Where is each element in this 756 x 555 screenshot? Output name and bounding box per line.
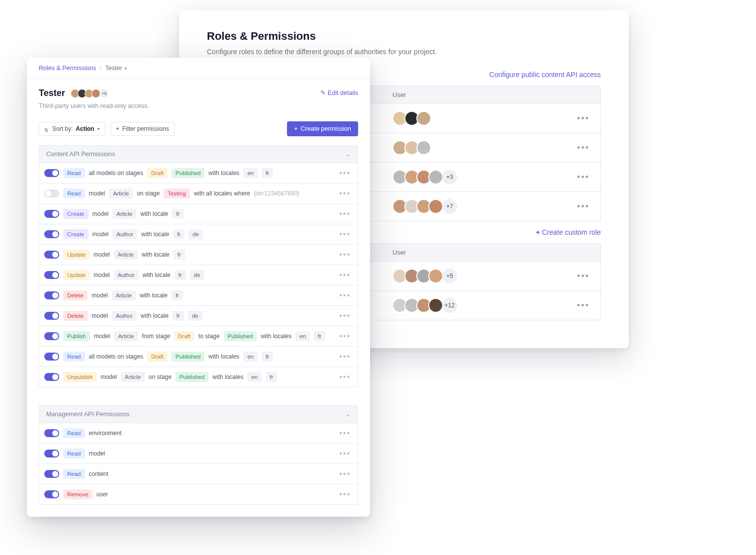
permission-text: model xyxy=(93,210,109,217)
row-actions-button[interactable]: ••• xyxy=(575,271,591,281)
breadcrumb-current[interactable]: Tester▾ xyxy=(105,65,127,72)
model-badge: Author xyxy=(112,311,137,321)
permission-toggle[interactable] xyxy=(44,210,59,218)
row-actions-button[interactable]: ••• xyxy=(339,352,351,361)
locale-badge: fr xyxy=(262,168,273,178)
row-actions-button[interactable]: ••• xyxy=(339,372,351,381)
permission-toggle[interactable] xyxy=(44,230,59,238)
row-actions-button[interactable]: ••• xyxy=(575,201,591,212)
permission-text: with locale xyxy=(142,251,170,258)
chevron-down-icon: ▾ xyxy=(124,66,127,71)
row-actions-button[interactable]: ••• xyxy=(339,469,351,478)
avatar xyxy=(428,298,443,313)
permission-toggle[interactable] xyxy=(44,429,59,437)
permission-toggle[interactable] xyxy=(44,312,59,320)
content-api-section-header[interactable]: Content API Permissions ⌄ xyxy=(39,145,358,163)
model-badge: Article xyxy=(114,250,138,260)
model-badge: Author xyxy=(112,229,137,239)
permission-row: DeletemodelArticlewith localefr••• xyxy=(39,285,358,306)
permission-toggle[interactable] xyxy=(44,490,59,498)
row-actions-button[interactable]: ••• xyxy=(339,230,351,239)
row-actions-button[interactable]: ••• xyxy=(339,271,351,279)
permission-text: with locale xyxy=(140,292,168,299)
permission-toggle[interactable] xyxy=(44,450,59,458)
permission-text: on stage xyxy=(137,190,160,197)
permission-row: CreatemodelArticlewith localefr••• xyxy=(39,204,358,224)
permission-row: Removeuser••• xyxy=(39,484,358,505)
management-api-section-header[interactable]: Management API Permissions ⌄ xyxy=(39,405,358,423)
stage-badge: Published xyxy=(172,168,205,178)
row-actions-button[interactable]: ••• xyxy=(339,490,351,499)
permission-toggle[interactable] xyxy=(44,271,59,279)
permission-row: UpdatemodelArticlewith localefr••• xyxy=(39,245,358,265)
locale-badge: en xyxy=(243,352,258,362)
row-actions-button[interactable]: ••• xyxy=(575,143,591,153)
row-actions-button[interactable]: ••• xyxy=(339,169,351,178)
row-actions-button[interactable]: ••• xyxy=(575,172,591,183)
breadcrumb-root[interactable]: Roles & Permissions xyxy=(39,65,96,72)
row-actions-button[interactable]: ••• xyxy=(575,113,591,124)
permission-row: UpdatemodelAuthorwith localefrde••• xyxy=(39,265,358,285)
locale-badge: fr xyxy=(173,229,185,239)
row-actions-button[interactable]: ••• xyxy=(339,250,351,259)
locale-badge: de xyxy=(189,229,203,239)
stage-badge: Testing xyxy=(164,188,189,198)
row-actions-button[interactable]: ••• xyxy=(339,291,351,300)
row-actions-button[interactable]: ••• xyxy=(339,429,351,438)
permission-toggle[interactable] xyxy=(44,251,59,259)
pencil-icon: ✎ xyxy=(320,90,326,96)
avatar-overflow-count: +12 xyxy=(442,298,457,313)
plus-icon: + xyxy=(536,228,540,236)
row-actions-button[interactable]: ••• xyxy=(339,311,351,320)
permission-text: model xyxy=(94,272,110,278)
action-badge: Remove xyxy=(63,489,93,499)
permission-toggle[interactable] xyxy=(44,189,59,197)
permission-row: ReadmodelArticleon stageTestingwith all … xyxy=(39,184,358,204)
action-badge: Delete xyxy=(63,290,88,300)
permission-toggle[interactable] xyxy=(44,332,59,340)
configure-api-access-link[interactable]: Configure public content API access xyxy=(489,71,601,79)
action-badge: Unpublish xyxy=(63,372,96,382)
permission-text: all models on stages xyxy=(89,353,143,360)
permission-row: Readcontent••• xyxy=(39,464,358,484)
create-permission-button[interactable]: + Create permission xyxy=(287,121,358,136)
row-actions-button[interactable]: ••• xyxy=(339,189,351,198)
action-badge: Create xyxy=(63,229,89,239)
row-actions-button[interactable]: ••• xyxy=(339,449,351,458)
permission-row: Readall models on stagesDraftPublishedwi… xyxy=(39,163,358,184)
action-badge: Create xyxy=(63,209,89,219)
permission-row: CreatemodelAuthorwith localefrde••• xyxy=(39,224,358,245)
model-badge: Article xyxy=(112,290,136,300)
permission-toggle[interactable] xyxy=(44,291,59,299)
edit-details-link[interactable]: ✎Edit details xyxy=(320,89,358,96)
row-actions-button[interactable]: ••• xyxy=(339,209,351,218)
filter-permissions-button[interactable]: + Filter permissions xyxy=(110,122,175,136)
model-badge: Article xyxy=(114,331,138,341)
permission-row: Readmodel••• xyxy=(39,444,358,464)
model-badge: Author xyxy=(114,270,139,280)
permission-toggle[interactable] xyxy=(44,470,59,478)
avatar-overflow-count: +7 xyxy=(442,199,457,214)
stage-badge: Draft xyxy=(147,168,168,178)
permission-condition: {id=1234567890} xyxy=(254,190,299,197)
locale-badge: en xyxy=(243,168,258,178)
permission-text: on stage xyxy=(149,373,172,380)
locale-badge: fr xyxy=(174,250,185,260)
role-member-avatars: +5 xyxy=(71,89,108,98)
create-custom-role-link[interactable]: +Create custom role xyxy=(536,228,601,236)
breadcrumb: Roles & Permissions / Tester▾ xyxy=(27,58,370,79)
row-actions-button[interactable]: ••• xyxy=(575,300,591,311)
page-title: Roles & Permissions xyxy=(207,30,601,43)
permission-text: all models on stages xyxy=(89,170,143,177)
permission-toggle[interactable] xyxy=(44,353,59,361)
avatar-overflow-count: +5 xyxy=(442,269,457,283)
stage-badge: Draft xyxy=(147,352,168,362)
permission-toggle[interactable] xyxy=(44,373,59,381)
sort-by-select[interactable]: Sort by: Action ▾ xyxy=(39,122,105,136)
locale-badge: fr xyxy=(173,311,184,321)
locale-badge: fr xyxy=(262,352,273,362)
permission-toggle[interactable] xyxy=(44,169,59,177)
permission-text: to stage xyxy=(198,333,220,340)
permission-text: with locale xyxy=(141,231,169,238)
row-actions-button[interactable]: ••• xyxy=(339,332,351,341)
